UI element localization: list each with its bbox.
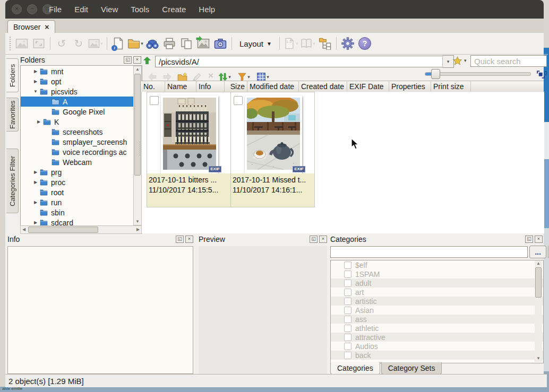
category-item[interactable]: attractive: [331, 333, 543, 342]
copy-pages-icon[interactable]: [178, 35, 194, 52]
sidebar-tab-categories-filter[interactable]: Categories Filter: [6, 149, 19, 213]
sidebar-tab-favorites[interactable]: Favorites: [6, 98, 19, 132]
expander-icon[interactable]: ▶: [35, 119, 43, 124]
column-modified-date[interactable]: Modified date: [247, 81, 299, 92]
category-item[interactable]: 1SPAM: [331, 269, 543, 278]
column-created-date[interactable]: Created date: [299, 81, 347, 92]
thumbnail-size-icon[interactable]: [536, 69, 545, 79]
category-item[interactable]: art: [331, 288, 543, 297]
tree-item-smplayer-screenshots[interactable]: smplayer_screensh: [21, 137, 142, 147]
category-item[interactable]: adult: [331, 278, 543, 288]
window-close-button[interactable]: ×: [12, 4, 22, 14]
category-more-button[interactable]: ...: [529, 246, 546, 258]
image-viewer-icon[interactable]: [14, 35, 30, 52]
category-checkbox[interactable]: [344, 325, 351, 332]
category-item[interactable]: ass: [331, 315, 543, 324]
properties-info-icon[interactable]: i: [110, 35, 126, 52]
panel-float-icon[interactable]: ◱: [176, 236, 184, 243]
tree-item-picsvids[interactable]: ▼picsvids: [21, 86, 142, 97]
tree-item-run[interactable]: ▶run: [21, 197, 142, 207]
expander-icon[interactable]: ▶: [31, 69, 40, 74]
tree-item-k[interactable]: ▶K: [21, 117, 142, 127]
column-info[interactable]: Info: [196, 81, 225, 92]
column-exif-date[interactable]: EXIF Date: [347, 81, 389, 92]
category-checkbox[interactable]: [344, 271, 351, 278]
thumbnail-zoom-slider[interactable]: [425, 72, 531, 76]
column-no[interactable]: No.: [141, 81, 165, 92]
tree-item-sbin[interactable]: sbin: [21, 207, 142, 217]
tree-item-opt[interactable]: ▶opt: [21, 76, 142, 86]
file-card-bitters[interactable]: EXIF 2017-10-11 bitters ... 11/10/2017 1…: [147, 92, 231, 207]
fullscreen-icon[interactable]: [31, 35, 47, 52]
panel-float-icon[interactable]: ◱: [525, 236, 533, 243]
panel-close-icon[interactable]: ×: [133, 56, 141, 64]
slider-handle[interactable]: [431, 69, 440, 79]
category-checkbox[interactable]: [344, 316, 351, 323]
category-checkbox[interactable]: [344, 334, 351, 341]
column-name[interactable]: Name: [165, 81, 196, 92]
expander-icon[interactable]: ▼: [31, 89, 40, 94]
tab-browser[interactable]: Browser ×: [7, 20, 55, 33]
go-up-icon[interactable]: [142, 56, 152, 65]
tree-item-google-pixel[interactable]: Google Pixel: [21, 107, 142, 117]
panel-float-icon[interactable]: ◱: [124, 56, 132, 64]
category-item[interactable]: $elf: [331, 260, 543, 269]
tree-item-a-selected[interactable]: A: [21, 97, 142, 107]
help-icon[interactable]: ?: [357, 35, 373, 52]
expander-icon[interactable]: ▶: [31, 220, 40, 225]
menu-view[interactable]: View: [101, 5, 118, 14]
layout-dropdown-button[interactable]: Layout ▼: [235, 35, 276, 52]
category-item[interactable]: back: [331, 351, 543, 360]
category-checkbox[interactable]: [344, 280, 351, 287]
right-pane-splitter[interactable]: [140, 142, 141, 155]
tree-item-proc[interactable]: ▶proc: [21, 177, 142, 187]
tab-close-icon[interactable]: ×: [45, 23, 49, 31]
category-item[interactable]: Asian: [331, 306, 543, 315]
category-checkbox[interactable]: [344, 343, 351, 350]
thumbnail-image[interactable]: EXIF: [245, 95, 302, 173]
panel-close-icon[interactable]: ×: [535, 236, 543, 243]
folder-tree-hscrollbar[interactable]: ◀ ▶: [20, 225, 142, 234]
menu-help[interactable]: Help: [199, 5, 215, 14]
column-properties[interactable]: Properties: [389, 81, 431, 92]
category-checkbox[interactable]: [344, 352, 351, 359]
categories-vscrollbar[interactable]: ▲ ▼: [535, 260, 542, 362]
category-checkbox[interactable]: [344, 307, 351, 314]
file-card-missed-tea[interactable]: EXIF 2017-10-11 Missed t... 11/10/2017 1…: [230, 92, 315, 207]
page-layout-icon[interactable]: 1-5▾: [283, 35, 299, 52]
tree-item-root[interactable]: root: [21, 187, 142, 197]
tree-item-prg[interactable]: ▶prg: [21, 167, 142, 177]
file-checkbox[interactable]: [150, 96, 159, 105]
panel-close-icon[interactable]: ×: [319, 236, 327, 243]
transform-image-icon[interactable]: ▾: [88, 35, 104, 52]
quick-search-input[interactable]: [470, 55, 547, 67]
toolbar-drag-handle[interactable]: [10, 37, 13, 50]
search-binoculars-icon[interactable]: [144, 35, 160, 52]
sidebar-tab-folders[interactable]: Folders: [6, 58, 19, 92]
column-size[interactable]: Size: [225, 81, 247, 92]
expander-icon[interactable]: ▶: [31, 170, 40, 175]
folder-tree-icon[interactable]: [317, 35, 333, 52]
category-filter-input[interactable]: [330, 246, 528, 258]
favorites-star-button[interactable]: ▾: [452, 56, 467, 66]
category-item[interactable]: athletic: [331, 324, 543, 333]
expander-icon[interactable]: ▶: [31, 180, 40, 185]
menu-file[interactable]: File: [49, 5, 62, 14]
tree-item-screenshots[interactable]: screenshots: [21, 127, 142, 137]
album-book-icon[interactable]: ▾: [300, 35, 316, 52]
panel-float-icon[interactable]: ◱: [310, 236, 318, 243]
rotate-right-icon[interactable]: ↻: [71, 35, 87, 52]
settings-gear-icon[interactable]: [340, 35, 356, 52]
menu-edit[interactable]: Edit: [74, 5, 88, 14]
print-icon[interactable]: [161, 35, 177, 52]
category-checkbox[interactable]: [344, 262, 351, 269]
open-folder-icon[interactable]: ▾: [127, 35, 143, 52]
convert-image-icon[interactable]: [195, 35, 211, 52]
capture-camera-icon[interactable]: [212, 35, 228, 52]
menu-create[interactable]: Create: [162, 5, 186, 14]
tree-item-webcam[interactable]: Webcam: [21, 157, 142, 167]
tab-category-sets[interactable]: Category Sets: [381, 362, 442, 374]
expander-icon[interactable]: ▶: [31, 79, 40, 84]
panel-close-icon[interactable]: ×: [185, 236, 193, 243]
window-minimize-button[interactable]: −: [27, 4, 37, 14]
